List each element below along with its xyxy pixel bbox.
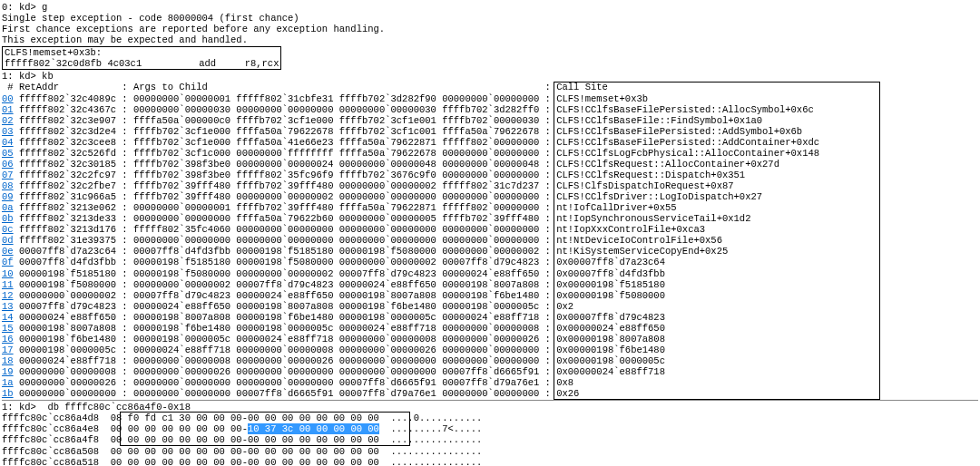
stack-index-link[interactable]: 15 [2, 323, 14, 334]
stack-row: 16 00000198`f6be1480 : 00000198`0000005c… [2, 334, 978, 345]
stack-row: 19 00000000`00000008 : 00000000`00000026… [2, 366, 978, 377]
stack-index-link[interactable]: 16 [2, 334, 14, 345]
db-prompt: 1: kd> db ffffc80c`cc86a4f0-0x18 [2, 402, 978, 413]
stack-row-content: fffff802`32c3e907 : ffffa50a`000000c0 ff… [14, 115, 557, 126]
instruction-symbol: CLFS!memset+0x3b: [5, 47, 279, 58]
stack-index-link[interactable]: 19 [2, 366, 14, 377]
call-site: 0x00007ff8`d79c4823 [556, 312, 665, 323]
stack-index-link[interactable]: 05 [2, 148, 14, 159]
stack-index-link[interactable]: 00 [2, 93, 14, 104]
memory-row: ffffc80c`cc86a4e8 00 00 00 00 00 00 00 0… [2, 423, 978, 434]
memory-row: ffffc80c`cc86a4f8 00 00 00 00 00 00 00 0… [2, 434, 978, 445]
stack-row: 12 00000000`00000002 : 00007ff8`d79c4823… [2, 290, 978, 301]
memory-row: ffffc80c`cc86a518 00 00 00 00 00 00 00 0… [2, 457, 978, 466]
call-site: 0x2 [556, 301, 573, 312]
stack-index-link[interactable]: 11 [2, 279, 14, 290]
divider [2, 400, 978, 401]
call-site: CLFS!CClfsRequest::Dispatch+0x351 [556, 170, 745, 180]
call-site: 0x00000198`f5185180 [556, 279, 665, 290]
stack-index-link[interactable]: 0a [2, 202, 14, 213]
call-site: 0x26 [556, 388, 579, 399]
call-site: 0x8 [556, 377, 573, 388]
instruction-asm: fffff802`32c0d8fb 4c03c1 add r8,rcx [5, 58, 279, 69]
stack-index-link[interactable]: 03 [2, 126, 14, 137]
stack-index-link[interactable]: 17 [2, 345, 14, 355]
stack-row-content: fffff802`32c2fbe7 : ffffb702`39fff480 ff… [14, 180, 557, 191]
stack-index-link[interactable]: 06 [2, 159, 14, 170]
call-site: CLFS!memset+0x3b [556, 93, 648, 104]
memory-dump: ffffc80c`cc86a4d8 08 f0 fd c1 30 00 00 0… [2, 413, 978, 466]
stack-index-link[interactable]: 01 [2, 104, 14, 115]
stack-index-link[interactable]: 12 [2, 290, 14, 301]
stack-row-content: fffff802`3213e062 : 00000000`00000001 ff… [14, 202, 557, 213]
stack-row: 14 00000024`e88ff650 : 00000198`8007a808… [2, 312, 978, 323]
stack-row-content: 00000000`00000008 : 00000000`00000026 00… [14, 366, 557, 377]
stack-row-content: 00007ff8`d79c4823 : 00000024`e88ff650 00… [14, 301, 557, 312]
stack-row: 0f 00007ff8`d4fd3fbb : 00000198`f5185180… [2, 257, 978, 267]
memory-hex-highlight: 10 37 3c 00 00 00 00 00 [248, 423, 379, 434]
call-site: 0x00000024`e88ff718 [556, 366, 665, 377]
stack-index-link[interactable]: 02 [2, 115, 14, 126]
memory-row: ffffc80c`cc86a4d8 08 f0 fd c1 30 00 00 0… [2, 413, 978, 423]
stack-index-link[interactable]: 09 [2, 191, 14, 202]
stack-row: 17 00000198`0000005c : 00000024`e88ff718… [2, 345, 978, 355]
stack-row: 09 fffff802`31c966a5 : ffffb702`39fff480… [2, 191, 978, 202]
exception-line: Single step exception - code 80000004 (f… [2, 13, 978, 24]
stack-row-content: fffff802`31c966a5 : ffffb702`39fff480 00… [14, 191, 557, 202]
call-site: nt!IopSynchronousServiceTail+0x1d2 [556, 213, 750, 224]
call-site: 0x00000198`8007a808 [556, 334, 665, 345]
stack-row: 11 00000198`f5080000 : 00000000`00000002… [2, 279, 978, 290]
kb-prompt: 1: kd> kb [2, 71, 978, 82]
stack-row: 0e 00007ff8`d7a23c64 : 00007ff8`d4fd3fbb… [2, 246, 978, 257]
stack-trace-table: 00 fffff802`32c4089c : 00000000`00000001… [2, 93, 978, 400]
call-site: 0x00000198`0000005c [556, 355, 665, 366]
call-site: CLFS!CClfsBaseFilePersisted::AddSymbol+0… [556, 126, 802, 137]
memory-hex-pre: 00 00 00 00 00 00 00 00- [111, 423, 248, 434]
stack-row: 05 fffff802`32c526fd : ffffb702`3cf1c000… [2, 148, 978, 159]
stack-index-link[interactable]: 0f [2, 257, 14, 267]
stack-row-content: 00000024`e88ff718 : 00000000`00000008 00… [14, 355, 557, 366]
stack-index-link[interactable]: 0e [2, 246, 14, 257]
call-site: 0x00007ff8`d7a23c64 [556, 257, 665, 267]
call-site: 0x00000198`f6be1480 [556, 345, 665, 355]
call-site: CLFS!CClfsDriver::LogIoDispatch+0x27 [556, 191, 762, 202]
stack-index-link[interactable]: 10 [2, 268, 14, 279]
stack-row: 0b fffff802`3213de33 : 00000000`00000000… [2, 213, 978, 224]
stack-index-link[interactable]: 04 [2, 137, 14, 148]
stack-index-link[interactable]: 0c [2, 224, 14, 235]
exception-info-line: First chance exceptions are reported bef… [2, 24, 978, 34]
stack-row-content: 00007ff8`d4fd3fbb : 00000198`f5185180 00… [14, 257, 557, 267]
stack-row-content: fffff802`32c4089c : 00000000`00000001 ff… [14, 93, 557, 104]
stack-index-link[interactable]: 18 [2, 355, 14, 366]
stack-row: 13 00007ff8`d79c4823 : 00000024`e88ff650… [2, 301, 978, 312]
stack-index-link[interactable]: 08 [2, 180, 14, 191]
call-site: nt!IopXxxControlFile+0xca3 [556, 224, 705, 235]
stack-index-link[interactable]: 0b [2, 213, 14, 224]
stack-index-link[interactable]: 1b [2, 388, 14, 399]
stack-index-link[interactable]: 14 [2, 312, 14, 323]
call-site: 0x00000198`f5080000 [556, 290, 665, 301]
call-site: 0x00000024`e88ff650 [556, 323, 665, 334]
stack-row-content: fffff802`32c3cee8 : ffffb702`3cf1e000 ff… [14, 137, 557, 148]
memory-ascii: .........7<..... [379, 423, 482, 434]
stack-row: 0c fffff802`3213d176 : fffff802`35fc4060… [2, 224, 978, 235]
stack-header: # RetAddr : Args to Child : Call Site [2, 82, 978, 92]
call-site: CLFS!CClfsBaseFilePersisted::AddContaine… [556, 137, 819, 148]
stack-row: 15 00000198`8007a808 : 00000198`f6be1480… [2, 323, 978, 334]
stack-row: 02 fffff802`32c3e907 : ffffa50a`000000c0… [2, 115, 978, 126]
stack-row: 1a 00000000`00000026 : 00000000`00000000… [2, 377, 978, 388]
stack-row-content: 00000198`f5080000 : 00000000`00000002 00… [14, 279, 557, 290]
stack-index-link[interactable]: 07 [2, 170, 14, 180]
stack-row-content: fffff802`31e39375 : 00000000`00000000 00… [14, 235, 557, 246]
stack-row: 00 fffff802`32c4089c : 00000000`00000001… [2, 93, 978, 104]
exception-note-line: This exception may be expected and handl… [2, 34, 978, 45]
stack-index-link[interactable]: 13 [2, 301, 14, 312]
call-site: CLFS!CClfsBaseFilePersisted::AllocSymbol… [556, 104, 814, 115]
stack-row-content: fffff802`32c30185 : ffffb702`398f3be0 00… [14, 159, 557, 170]
stack-index-link[interactable]: 0d [2, 235, 14, 246]
instruction-box: CLFS!memset+0x3b: fffff802`32c0d8fb 4c03… [2, 46, 281, 70]
stack-row: 06 fffff802`32c30185 : ffffb702`398f3be0… [2, 159, 978, 170]
call-site: CLFS!CClfsRequest::AllocContainer+0x27d [556, 159, 779, 170]
stack-row-content: fffff802`32c2fc97 : ffffb702`398f3be0 ff… [14, 170, 557, 180]
stack-index-link[interactable]: 1a [2, 377, 14, 388]
